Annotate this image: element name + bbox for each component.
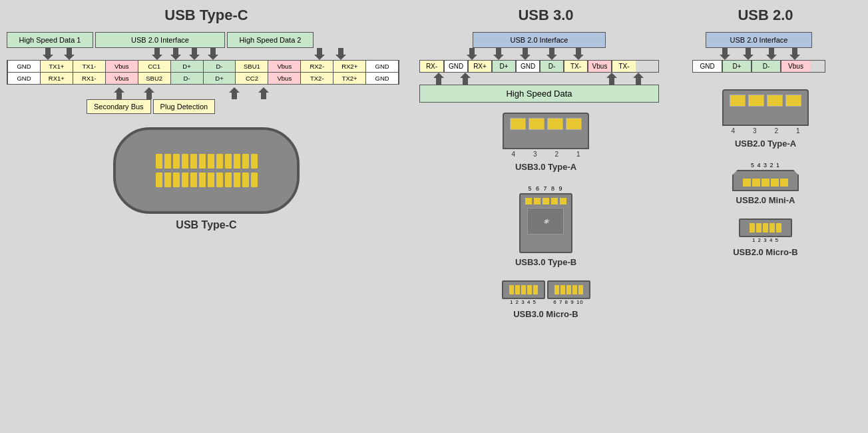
pin-r2-gnd1: GND [7, 73, 40, 84]
typeb-pin [534, 198, 541, 205]
usb30-pin-txm2: TX- [612, 61, 636, 72]
micro-pin [509, 285, 514, 294]
typec-connector-diagram: USB Type-C [7, 127, 406, 231]
svg-marker-11 [258, 87, 269, 99]
svg-marker-2 [152, 48, 162, 60]
typeb-pin [551, 198, 558, 205]
svg-marker-0 [43, 48, 53, 60]
typec-pin [182, 173, 188, 187]
svg-marker-23 [766, 48, 777, 60]
usb30-bottom-arrows [419, 73, 659, 85]
usb20-title: USB 2.0 [686, 7, 845, 24]
usb20-microb-connector [739, 218, 792, 237]
pin-r2-sbu2: SBU2 [138, 73, 170, 84]
micro-pin [756, 223, 761, 232]
pin-r1-tx1m: TX1- [73, 61, 105, 72]
usb20-connectors: 4321 USB2.0 Type-A 5 4 3 2 1 [686, 89, 845, 257]
usb20-microb-item: 1 2 3 4 5 USB2.0 Micro-B [733, 218, 798, 257]
microb-connectors: 1 2 3 4 5 6 7 8 9 10 [502, 280, 590, 305]
pin-r2-cc2: CC2 [235, 73, 268, 84]
usb30-section: USB 3.0 USB 2.0 Interface RX- GND [413, 7, 679, 426]
typec-title: USB Type-C [7, 7, 406, 24]
microb-right [547, 280, 590, 299]
typea-pin [510, 118, 526, 130]
typec-connector-label: USB Type-C [176, 219, 236, 231]
svg-marker-6 [314, 48, 325, 60]
usb20-typea-item: 4321 USB2.0 Type-A [722, 89, 809, 149]
svg-marker-24 [789, 48, 800, 60]
usb20-top-arrows [692, 48, 825, 60]
pin-r2-gnd2: GND [365, 73, 399, 84]
typea-pin [785, 95, 801, 107]
typec-pin [173, 173, 180, 187]
pin-r1-sbu1: SBU1 [235, 61, 268, 72]
secondary-bus-box: Secondary Bus [87, 99, 151, 114]
usb20-minia-item: 5 4 3 2 1 USB2.0 Mini-A [732, 162, 799, 205]
usb20-pinout: USB 2.0 Interface GND D+ D- Vbus [686, 32, 832, 73]
svg-marker-22 [743, 48, 754, 60]
typec-connector-shape [113, 127, 300, 214]
microb-left-numbers: 1 2 3 4 5 [510, 299, 537, 305]
pin-r1-vbus1: Vbus [105, 61, 138, 72]
pin-r1-cc1: CC1 [138, 61, 170, 72]
svg-marker-3 [170, 48, 181, 60]
usb20-group-box: USB 2.0 Interface [95, 32, 225, 48]
pin-r2-dp: D+ [203, 73, 236, 84]
pin-r2-tx2p: TX2+ [333, 73, 365, 84]
micro-pin [750, 223, 755, 232]
svg-marker-15 [546, 48, 557, 60]
usb30-typea-connector [503, 113, 589, 149]
svg-marker-16 [573, 48, 584, 60]
usb30-typeb-label: USB3.0 Type-B [515, 257, 576, 267]
typec-pin [190, 173, 197, 187]
usb20-typea-connector [722, 89, 809, 126]
micro-pin [560, 285, 565, 294]
micro-pin [554, 285, 559, 294]
typec-pin [190, 154, 197, 169]
usb20-typea-label: USB2.0 Type-A [735, 139, 796, 149]
usb20-typea-numbers: 4321 [722, 127, 809, 135]
micro-pin [521, 285, 526, 294]
usb20-pin-gnd: GND [693, 61, 722, 72]
svg-marker-8 [114, 87, 124, 99]
typeb-pin [525, 198, 532, 205]
usb30-pin-dp: D+ [492, 61, 516, 72]
usb20-section: USB 2.0 USB 2.0 Interface GND D+ D- [686, 7, 845, 426]
usb30-typea-item: 4321 USB3.0 Type-A [503, 113, 589, 172]
typec-pin [199, 154, 206, 169]
typec-pin [216, 154, 223, 169]
typec-pin [182, 154, 188, 169]
svg-marker-20 [633, 73, 644, 85]
usb30-interface-box: USB 2.0 Interface [473, 32, 606, 48]
mini-pin [761, 179, 769, 187]
typec-pin [173, 154, 180, 169]
typeb-top-numbers: 5 6 7 8 9 [528, 185, 563, 192]
pin-r2-tx2m: TX2- [300, 73, 333, 84]
typec-pin [164, 173, 171, 187]
micro-pin [533, 285, 538, 294]
usb30-pin-dm: D- [540, 61, 564, 72]
svg-marker-21 [720, 48, 730, 60]
mini-pin [771, 179, 779, 187]
usb30-hsd-box: High Speed Data [419, 85, 659, 103]
typec-pin [242, 173, 249, 187]
mini-pin [780, 179, 788, 187]
micro-pin [527, 285, 532, 294]
pin-r2-rx1p: RX1+ [40, 73, 73, 84]
typec-pin [234, 154, 240, 169]
usb20-pin-dm: D- [752, 61, 781, 72]
typec-pin [251, 154, 258, 169]
typec-pin [156, 154, 162, 169]
svg-marker-1 [64, 48, 75, 60]
svg-marker-12 [467, 48, 477, 60]
typec-pin [164, 154, 171, 169]
typeb-pin [542, 198, 549, 205]
pin-r1-rx2p: RX2+ [333, 61, 365, 72]
svg-marker-4 [189, 48, 200, 60]
hsd1-group-box: High Speed Data 1 [7, 32, 93, 48]
typec-bottom-pins [156, 173, 258, 187]
minia-numbers: 5 4 3 2 1 [751, 162, 780, 169]
plug-detection-box: Plug Detection [153, 99, 216, 114]
usb20-microb-label: USB2.0 Micro-B [733, 247, 798, 257]
svg-marker-14 [520, 48, 531, 60]
